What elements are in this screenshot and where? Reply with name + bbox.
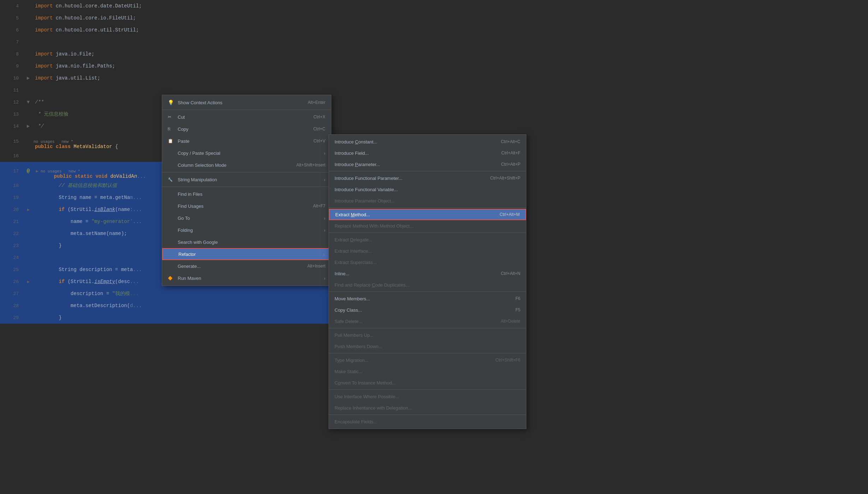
string-manipulation-icon: 🔧	[168, 177, 175, 182]
menu-item-column-selection[interactable]: Column Selection Mode Alt+Shift+Insert	[162, 159, 331, 171]
menu-item-folding[interactable]: Folding ›	[162, 224, 331, 236]
refactor-safe-delete[interactable]: Safe Delete... Alt+Delete	[329, 316, 526, 327]
refactor-encapsulate-fields[interactable]: Encapsulate Fields...	[329, 416, 526, 427]
refactor-use-interface[interactable]: Use Interface Where Possible...	[329, 391, 526, 402]
menu-item-go-to[interactable]: Go To ›	[162, 212, 331, 224]
copy-icon: ⎘	[168, 127, 175, 131]
refactor-find-replace-duplicates[interactable]: Find and Replace Code Duplicates...	[329, 279, 526, 290]
refactor-arrow-icon: ›	[323, 252, 325, 257]
menu-item-find-in-files[interactable]: Find in Files	[162, 188, 331, 200]
refactor-extract-method[interactable]: Extract Method... Ctrl+Alt+M	[329, 209, 526, 220]
refactor-inline[interactable]: Inline... Ctrl+Alt+N	[329, 268, 526, 279]
shortcut-introduce-parameter: Ctrl+Alt+P	[501, 162, 520, 167]
menu-label-folding: Folding	[178, 228, 193, 233]
refactor-safe-delete-label: Safe Delete...	[335, 319, 362, 324]
refactor-convert-to-instance-label: Convert To Instance Method...	[335, 380, 396, 386]
menu-item-find-usages[interactable]: Find Usages Alt+F7	[162, 200, 331, 212]
refactor-extract-interface[interactable]: Extract Interface...	[329, 245, 526, 257]
shortcut-generate: Alt+Insert	[307, 264, 325, 269]
refactor-sep-3	[329, 233, 526, 233]
menu-item-string-manipulation[interactable]: 🔧 String Manipulation ›	[162, 174, 331, 186]
refactor-replace-delegation[interactable]: Replace Inheritance with Delegation...	[329, 402, 526, 413]
shortcut-paste: Ctrl+V	[313, 139, 325, 143]
refactor-use-interface-label: Use Interface Where Possible...	[335, 394, 399, 399]
menu-label-copy-paste-special: Copy / Paste Special	[178, 151, 220, 156]
cut-icon: ✂	[168, 114, 175, 119]
refactor-replace-method[interactable]: Replace Method With Method Object...	[329, 220, 526, 231]
refactor-type-migration[interactable]: Type Migration... Ctrl+Shift+F6	[329, 354, 526, 366]
code-line-27: 27 description = "我的模...	[0, 288, 339, 300]
refactor-introduce-functional-parameter-label: Introduce Functional Parameter...	[335, 176, 402, 181]
menu-item-run-maven[interactable]: 🔶 Run Maven ›	[162, 272, 331, 284]
shortcut-introduce-functional-parameter: Ctrl+Alt+Shift+P	[490, 176, 520, 181]
refactor-push-members-down[interactable]: Push Members Down...	[329, 341, 526, 352]
lightbulb-icon: 💡	[168, 100, 175, 105]
shortcut-cut: Ctrl+X	[313, 114, 325, 119]
refactor-introduce-functional-variable[interactable]: Introduce Functional Variable...	[329, 184, 526, 195]
code-line-28: 28 meta.setDescription(d...	[0, 300, 339, 312]
refactor-push-members-down-label: Push Members Down...	[335, 344, 382, 349]
refactor-introduce-parameter[interactable]: Introduce Parameter... Ctrl+Alt+P	[329, 159, 526, 170]
shortcut-introduce-field: Ctrl+Alt+F	[501, 151, 520, 155]
menu-item-copy[interactable]: ⎘ Copy Ctrl+C	[162, 123, 331, 135]
menu-label-cut: Cut	[178, 114, 185, 120]
menu-label-generate: Generate...	[178, 264, 201, 269]
refactor-extract-superclass[interactable]: Extract Superclass...	[329, 257, 526, 268]
shortcut-copy-class: F5	[515, 307, 520, 312]
menu-label-copy: Copy	[178, 127, 188, 132]
refactor-pull-members-up-label: Pull Members Up...	[335, 333, 374, 338]
refactor-introduce-functional-parameter[interactable]: Introduce Functional Parameter... Ctrl+A…	[329, 172, 526, 184]
shortcut-introduce-constant: Ctrl+Alt+C	[501, 139, 520, 144]
separator-2	[162, 172, 331, 172]
refactor-introduce-parameter-object[interactable]: Introduce Parameter Object...	[329, 195, 526, 206]
refactor-sep-1	[329, 171, 526, 171]
refactor-pull-members-up[interactable]: Pull Members Up...	[329, 329, 526, 341]
refactor-copy-class[interactable]: Copy Class... F5	[329, 304, 526, 316]
context-menu: 💡 Show Context Actions Alt+Enter ✂ Cut C…	[162, 95, 331, 286]
menu-item-search-google[interactable]: Search with Google	[162, 236, 331, 248]
code-line-10: 10 ▶ import java.util.List;	[0, 72, 339, 84]
run-maven-icon: 🔶	[168, 276, 175, 281]
refactor-extract-delegate[interactable]: Extract Delegate...	[329, 234, 526, 245]
refactor-introduce-functional-variable-label: Introduce Functional Variable...	[335, 187, 398, 192]
go-to-arrow-icon: ›	[324, 216, 325, 221]
code-editor: 4 import cn.hutool.core.date.DateUtil; 5…	[0, 0, 868, 494]
menu-label-find-usages: Find Usages	[178, 204, 203, 209]
menu-item-cut[interactable]: ✂ Cut Ctrl+X	[162, 111, 331, 123]
refactor-extract-method-label: Extract Method...	[335, 212, 370, 217]
refactor-make-static[interactable]: Make Static...	[329, 366, 526, 377]
menu-item-paste[interactable]: 📋 Paste Ctrl+V	[162, 135, 331, 147]
menu-label-column-selection: Column Selection Mode	[178, 163, 226, 168]
shortcut-find-usages: Alt+F7	[313, 204, 325, 208]
shortcut-type-migration: Ctrl+Shift+F6	[495, 358, 520, 363]
refactor-find-replace-duplicates-label: Find and Replace Code Duplicates...	[335, 282, 409, 288]
menu-label-string-manipulation: String Manipulation	[178, 177, 217, 182]
separator-3	[162, 187, 331, 187]
refactor-submenu: Introduce Constant... Ctrl+Alt+C Introdu…	[329, 134, 526, 429]
code-line-5: 5 import cn.hutool.core.io.FileUtil;	[0, 12, 339, 24]
refactor-replace-delegation-label: Replace Inheritance with Delegation...	[335, 405, 412, 411]
refactor-inline-label: Inline...	[335, 271, 349, 276]
refactor-move-members[interactable]: Move Members... F6	[329, 293, 526, 304]
menu-label-search-google: Search with Google	[178, 240, 218, 245]
code-line-4: 4 import cn.hutool.core.date.DateUtil;	[0, 0, 339, 12]
menu-item-copy-paste-special[interactable]: Copy / Paste Special ›	[162, 147, 331, 159]
menu-item-generate[interactable]: Generate... Alt+Insert	[162, 260, 331, 272]
menu-label-refactor: Refactor	[178, 252, 196, 257]
refactor-introduce-constant[interactable]: Introduce Constant... Ctrl+Alt+C	[329, 136, 526, 147]
refactor-extract-interface-label: Extract Interface...	[335, 248, 372, 254]
menu-label-run-maven: Run Maven	[178, 276, 201, 281]
refactor-sep-2	[329, 207, 526, 208]
refactor-sep-4	[329, 292, 526, 292]
arrow-icon: ›	[324, 151, 325, 156]
code-line-9: 9 import java.nio.file.Paths;	[0, 60, 339, 72]
refactor-convert-to-instance[interactable]: Convert To Instance Method...	[329, 377, 526, 388]
string-manip-arrow-icon: ›	[324, 177, 325, 182]
refactor-introduce-field[interactable]: Introduce Field... Ctrl+Alt+F	[329, 147, 526, 159]
refactor-extract-superclass-label: Extract Superclass...	[335, 260, 377, 265]
shortcut-show-context: Alt+Enter	[308, 100, 325, 105]
shortcut-extract-method: Ctrl+Alt+M	[500, 212, 520, 217]
menu-item-refactor[interactable]: Refactor ›	[162, 248, 331, 260]
menu-item-show-context[interactable]: 💡 Show Context Actions Alt+Enter	[162, 96, 331, 108]
menu-label-go-to: Go To	[178, 216, 190, 221]
